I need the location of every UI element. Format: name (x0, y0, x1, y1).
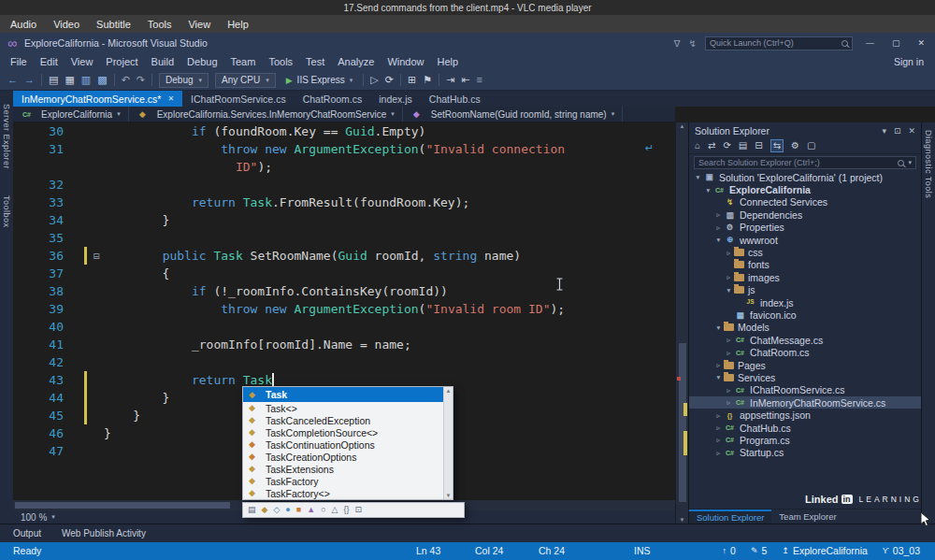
tool-tab-diagnostic-tools[interactable]: Diagnostic Tools (924, 130, 933, 524)
quick-launch-box[interactable] (705, 36, 853, 50)
filter-snippets-icon[interactable]: {} (344, 506, 350, 514)
code-line[interactable]: 42 (13, 353, 675, 371)
nav-back-icon[interactable]: ← (7, 75, 18, 85)
commits-to-push[interactable]: ↑0 (723, 545, 736, 556)
tree-item[interactable]: ▾Models (689, 322, 921, 334)
filter-structs-icon[interactable]: ◇ (273, 506, 280, 514)
code-line[interactable]: 31 throw new ArgumentException("Invalid … (13, 140, 675, 158)
menu-edit[interactable]: Edit (34, 56, 65, 67)
expander-icon[interactable]: ▹ (713, 210, 724, 219)
expander-icon[interactable]: ▹ (713, 411, 724, 420)
refresh-icon[interactable]: ⟳ (385, 75, 394, 85)
filter-interfaces-icon[interactable]: ● (285, 506, 290, 514)
scroll-down-icon[interactable]: ▼ (446, 493, 452, 498)
menu-build[interactable]: Build (145, 56, 180, 67)
tree-item[interactable]: ▾js (689, 284, 921, 296)
vscroll-thumb[interactable] (679, 343, 686, 502)
output-tab-output[interactable]: Output (13, 528, 41, 538)
vlc-menu-tools[interactable]: Tools (139, 19, 180, 30)
vlc-menu-view[interactable]: View (180, 19, 219, 30)
close-tab-icon[interactable]: ✕ (167, 94, 174, 103)
save-icon[interactable]: ▥ (81, 75, 91, 85)
filter-keywords-icon[interactable]: ⊡ (355, 506, 363, 514)
switch-views-icon[interactable]: ⇄ (708, 141, 715, 151)
code-line[interactable]: 37 { (13, 265, 675, 282)
tree-item[interactable]: ▾⊕wwwroot (689, 234, 921, 246)
bookmark-flag-icon[interactable]: ⚑ (423, 75, 432, 85)
quick-launch-input[interactable] (710, 38, 838, 48)
tree-item[interactable]: ▹C#InMemoryChatRoomService.cs (689, 396, 921, 409)
tree-item[interactable]: ▾▣Solution 'ExploreCalifornia' (1 projec… (689, 171, 921, 183)
intellisense-item[interactable]: ◆Task<> (243, 402, 443, 414)
open-file-icon[interactable]: ▦ (65, 75, 74, 85)
menu-debug[interactable]: Debug (180, 56, 223, 67)
new-file-icon[interactable]: ▤ (49, 75, 58, 85)
sign-in-link[interactable]: Sign in (894, 53, 924, 70)
menu-help[interactable]: Help (431, 56, 466, 67)
branch[interactable]: ϒ03_03 (883, 545, 920, 556)
tree-item[interactable]: ▹C#ChatRoom.cs (689, 346, 921, 358)
scroll-up-icon[interactable]: ▲ (676, 123, 688, 129)
expander-icon[interactable]: ▹ (713, 223, 724, 232)
build-icon[interactable]: ⊞ (408, 75, 416, 85)
close-panel-icon[interactable]: ✕ (908, 126, 915, 136)
code-line[interactable]: 38 if (!_roomInfo.ContainsKey(roomId)) (13, 282, 675, 300)
doc-tab[interactable]: ChatRoom.cs (295, 91, 371, 107)
menu-test[interactable]: Test (299, 56, 331, 67)
attach-icon[interactable]: ▷ (370, 75, 378, 85)
solution-explorer-search[interactable]: ▾ (694, 156, 916, 169)
expander-icon[interactable]: ▹ (713, 436, 724, 444)
pending-edits[interactable]: ✎5 (751, 545, 767, 556)
filter-enums-icon[interactable]: ■ (296, 506, 301, 514)
vlc-menu-audio[interactable]: Audio (2, 19, 45, 30)
tree-item[interactable]: ▹images (689, 271, 921, 283)
run-button[interactable]: ▶IIS Express▾ (282, 75, 357, 85)
expander-icon[interactable]: ▹ (724, 349, 734, 357)
status-column[interactable]: Col 24 (475, 545, 503, 556)
window-position-icon[interactable]: ▾ (882, 126, 886, 136)
expander-icon[interactable]: ▾ (713, 323, 724, 332)
menu-view[interactable]: View (65, 56, 100, 67)
breadcrumb-segment[interactable]: C#ExploreCalifornia▾ (13, 107, 129, 122)
notifications-icon[interactable]: ↯ (689, 38, 697, 49)
breadcrumb-segment[interactable]: ◆SetRoomName(Guid roomId, string name)▾ (403, 107, 623, 122)
vertical-scrollbar[interactable]: ▲ ▼ (675, 122, 688, 524)
tree-item[interactable]: ▹C#Startup.cs (689, 447, 921, 459)
fold-marker[interactable]: ⊟ (89, 251, 104, 261)
intellisense-scrollbar[interactable]: ▲▼ (443, 387, 453, 499)
tree-item[interactable]: JSindex.js (689, 296, 921, 309)
close-button[interactable]: ✕ (913, 38, 929, 48)
code-line[interactable]: 30 if (foundRoom.Key == Guid.Empty) (13, 122, 675, 140)
tool-tab-toolbox[interactable]: Toolbox (2, 195, 11, 228)
intellisense-item[interactable]: ◆TaskFactory (243, 475, 443, 487)
scroll-up-icon[interactable]: ▲ (446, 388, 452, 394)
home-icon[interactable]: ⌂ (695, 141, 700, 151)
show-all-files-icon[interactable]: ▤ (739, 141, 747, 151)
status-line[interactable]: Ln 43 (416, 545, 440, 556)
code-line[interactable]: 33 return Task.FromResult(foundRoom.Key)… (13, 194, 675, 211)
expander-icon[interactable]: ▾ (713, 373, 724, 381)
doc-tab[interactable]: IChatRoomService.cs (182, 91, 295, 107)
collapse-all-icon[interactable]: ⊟ (755, 141, 762, 151)
filter-constants-icon[interactable]: ○ (321, 506, 325, 514)
pending-changes-filter-icon[interactable]: ⟳ (723, 141, 730, 151)
expander-icon[interactable]: ▹ (724, 273, 734, 281)
code-line[interactable]: 34 } (13, 211, 675, 229)
doc-tab[interactable]: ChatHub.cs (421, 91, 489, 107)
nav-forward-icon[interactable]: → (24, 75, 35, 85)
panel-tab-solution-explorer[interactable]: Solution Explorer (689, 510, 771, 524)
vlc-menu-subtitle[interactable]: Subtitle (88, 19, 139, 30)
output-tab-web-publish-activity[interactable]: Web Publish Activity (62, 528, 146, 538)
code-line[interactable]: 40 (13, 318, 675, 336)
configuration-dropdown[interactable]: Debug▾ (159, 73, 209, 88)
menu-analyze[interactable]: Analyze (331, 56, 381, 67)
tree-item[interactable]: ▹css (689, 246, 921, 258)
expander-icon[interactable]: ▹ (724, 398, 734, 407)
solution-search-input[interactable] (698, 158, 894, 167)
code-line[interactable]: 36⊟ public Task SetRoomName(Guid roomId,… (13, 247, 675, 265)
preview-selected-icon[interactable]: ▢ (807, 141, 815, 151)
code-line[interactable]: 35 (13, 229, 675, 247)
breadcrumb-segment[interactable]: ◆ExploreCalifornia.Services.InMemoryChat… (129, 107, 403, 122)
panel-tab-team-explorer[interactable]: Team Explorer (771, 510, 843, 524)
tree-item[interactable]: ▹C#Program.cs (689, 434, 921, 446)
